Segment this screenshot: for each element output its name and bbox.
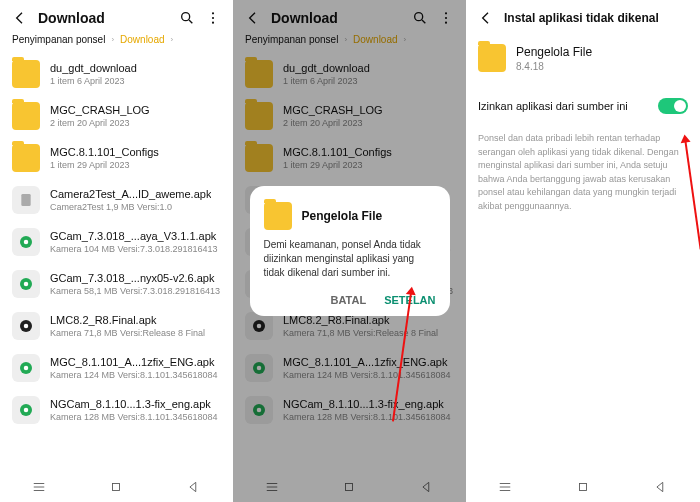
chevron-right-icon: › [111,35,114,44]
back-icon[interactable] [478,10,494,26]
dialog-body: Demi keamanan, ponsel Anda tidak diizink… [264,238,436,280]
breadcrumb[interactable]: Penyimpanan ponsel › Download › [0,32,233,53]
list-item[interactable]: MGC.8.1.101_Configs1 item 29 April 2023 [0,137,233,179]
permission-dialog: Pengelola File Demi keamanan, ponsel And… [250,186,450,316]
file-name: du_gdt_download [50,62,137,74]
app-icon [264,202,292,230]
toggle-label: Izinkan aplikasi dari sumber ini [478,100,628,112]
svg-point-0 [182,13,190,21]
file-name: MGC_8.1.101_A...1zfix_ENG.apk [50,356,218,368]
nav-menu-icon[interactable] [32,480,46,494]
nav-menu-icon[interactable] [498,480,512,494]
warning-text: Ponsel dan data pribadi lebih rentan ter… [466,128,700,217]
page-title: Download [38,10,169,26]
list-item[interactable]: GCam_7.3.018_...aya_V3.1.1.apkKamera 104… [0,221,233,263]
back-icon[interactable] [12,10,28,26]
file-name: Camera2Test_A...ID_aweme.apk [50,188,211,200]
list-item[interactable]: LMC8.2_R8.Final.apkKamera 71,8 MB Versi:… [0,305,233,347]
file-name: GCam_7.3.018_...aya_V3.1.1.apk [50,230,218,242]
app-info: Pengelola File 8.4.18 [466,32,700,84]
svg-point-3 [212,22,214,24]
list-item[interactable]: NGCam_8.1.10...1.3-fix_eng.apkKamera 128… [0,389,233,431]
file-list: du_gdt_download1 item 6 April 2023MGC_CR… [0,53,233,470]
file-name: MGC.8.1.101_Configs [50,146,159,158]
cancel-button[interactable]: BATAL [331,294,367,306]
nav-back-icon[interactable] [654,480,668,494]
svg-point-1 [212,12,214,14]
file-meta: 1 item 29 April 2023 [50,160,159,170]
list-item[interactable]: MGC_8.1.101_A...1zfix_ENG.apkKamera 124 … [0,347,233,389]
file-meta: Camera2Test 1,9 MB Versi:1.0 [50,202,211,212]
more-icon[interactable] [205,10,221,26]
svg-point-2 [212,17,214,19]
app-version: 8.4.18 [516,61,592,72]
svg-rect-32 [580,484,587,491]
file-meta: Kamera 58,1 MB Versi:7.3.018.291816413 [50,286,220,296]
search-icon[interactable] [179,10,195,26]
page-title: Instal aplikasi tidak dikenal [504,11,688,25]
file-name: NGCam_8.1.10...1.3-fix_eng.apk [50,398,218,410]
chevron-right-icon: › [171,35,174,44]
toggle-switch[interactable] [658,98,688,114]
file-meta: 1 item 6 April 2023 [50,76,137,86]
file-meta: Kamera 124 MB Versi:8.1.101.345618084 [50,370,218,380]
list-item[interactable]: GCam_7.3.018_...nyx05-v2.6.apkKamera 58,… [0,263,233,305]
file-meta: Kamera 104 MB Versi:7.3.018.291816413 [50,244,218,254]
file-meta: 2 item 20 April 2023 [50,118,150,128]
file-meta: Kamera 128 MB Versi:8.1.101.345618084 [50,412,218,422]
navbar [466,470,700,502]
file-meta: Kamera 71,8 MB Versi:Release 8 Final [50,328,205,338]
list-item[interactable]: du_gdt_download1 item 6 April 2023 [0,53,233,95]
list-item[interactable]: Camera2Test_A...ID_aweme.apkCamera2Test … [0,179,233,221]
file-name: MGC_CRASH_LOG [50,104,150,116]
svg-point-14 [24,408,29,413]
svg-point-10 [24,324,29,329]
file-name: GCam_7.3.018_...nyx05-v2.6.apk [50,272,220,284]
file-name: LMC8.2_R8.Final.apk [50,314,205,326]
svg-rect-15 [113,484,120,491]
nav-back-icon[interactable] [187,480,201,494]
svg-point-6 [24,240,29,245]
allow-toggle-row[interactable]: Izinkan aplikasi dari sumber ini [466,84,700,128]
list-item[interactable]: MGC_CRASH_LOG2 item 20 April 2023 [0,95,233,137]
svg-point-12 [24,366,29,371]
svg-point-8 [24,282,29,287]
header: Download [0,0,233,32]
modal-overlay: Pengelola File Demi keamanan, ponsel And… [233,0,466,502]
svg-rect-4 [21,194,30,206]
nav-home-icon[interactable] [109,480,123,494]
app-icon [478,44,506,72]
nav-home-icon[interactable] [576,480,590,494]
navbar [0,470,233,502]
dialog-title: Pengelola File [302,209,383,223]
header: Instal aplikasi tidak dikenal [466,0,700,32]
app-name: Pengelola File [516,45,592,59]
